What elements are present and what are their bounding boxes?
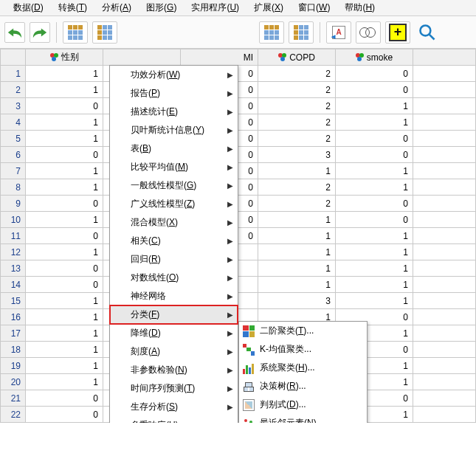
cell[interactable]: 2 xyxy=(258,98,336,114)
menu-item-classify[interactable]: 分类(F)▶ xyxy=(110,305,238,324)
cell[interactable] xyxy=(413,98,476,114)
cell[interactable] xyxy=(413,179,476,196)
row-number[interactable]: 8 xyxy=(1,179,26,196)
cell[interactable]: 2 xyxy=(258,179,336,196)
row-number[interactable]: 14 xyxy=(1,277,26,293)
menu-ext[interactable]: 扩展(X) xyxy=(246,0,291,15)
cell[interactable]: 1 xyxy=(26,293,103,309)
col-header-sex[interactable]: 性别 xyxy=(26,49,103,66)
submenu-item-tree[interactable]: 决策树(R)... xyxy=(239,377,367,395)
cell[interactable]: 2 xyxy=(258,114,336,131)
cell[interactable]: 1 xyxy=(336,114,413,131)
row-number[interactable]: 3 xyxy=(1,98,26,114)
cell[interactable]: 2 xyxy=(258,66,336,82)
submenu-item-kmeans[interactable]: K-均值聚类... xyxy=(239,340,367,359)
menu-transform[interactable]: 转换(T) xyxy=(51,0,94,15)
row-number[interactable]: 7 xyxy=(1,163,26,179)
cell[interactable] xyxy=(413,82,476,98)
col-header-hidden[interactable] xyxy=(103,49,181,66)
row-number[interactable]: 20 xyxy=(1,374,26,390)
menu-item-loglin[interactable]: 对数线性(O)▶ xyxy=(110,269,238,287)
row-number[interactable]: 13 xyxy=(1,260,26,277)
cell[interactable] xyxy=(413,309,476,325)
cell[interactable]: 1 xyxy=(26,131,103,147)
cell[interactable]: 1 xyxy=(336,293,413,309)
redo-button[interactable] xyxy=(30,22,50,43)
row-number[interactable]: 21 xyxy=(1,390,26,407)
row-number[interactable]: 9 xyxy=(1,196,26,212)
menu-item-mixed[interactable]: 混合模型(X)▶ xyxy=(110,213,238,232)
menu-item-survival[interactable]: 生存分析(S)▶ xyxy=(110,398,238,416)
cell[interactable]: 0 xyxy=(26,277,103,293)
cell[interactable]: 0 xyxy=(336,131,413,147)
cell[interactable]: 1 xyxy=(336,277,413,293)
find-button[interactable] xyxy=(415,21,440,44)
cell[interactable]: 1 xyxy=(26,82,103,98)
cell[interactable] xyxy=(413,196,476,212)
cell[interactable] xyxy=(413,390,476,407)
cell[interactable]: 2 xyxy=(258,196,336,212)
cell[interactable]: 1 xyxy=(26,179,103,196)
row-number[interactable]: 4 xyxy=(1,114,26,131)
cell[interactable]: 0 xyxy=(26,196,103,212)
row-number[interactable]: 15 xyxy=(1,293,26,309)
row-number[interactable]: 2 xyxy=(1,82,26,98)
menu-item-nn[interactable]: 神经网络▶ xyxy=(110,287,238,305)
cell[interactable]: 0 xyxy=(26,228,103,244)
menu-help[interactable]: 帮助(H) xyxy=(337,0,382,15)
cell[interactable]: 0 xyxy=(336,212,413,228)
col-header-smoke[interactable]: smoke xyxy=(336,49,413,66)
menu-item-scale[interactable]: 刻度(A)▶ xyxy=(110,342,238,361)
cell[interactable]: 1 xyxy=(26,163,103,179)
cell[interactable] xyxy=(413,212,476,228)
cell[interactable]: 0 xyxy=(26,390,103,407)
cell[interactable]: 1 xyxy=(336,179,413,196)
cell[interactable]: 1 xyxy=(26,212,103,228)
cell[interactable]: 1 xyxy=(258,212,336,228)
row-number[interactable]: 5 xyxy=(1,131,26,147)
cell[interactable]: 0 xyxy=(336,196,413,212)
cell[interactable]: 0 xyxy=(336,66,413,82)
cell[interactable] xyxy=(413,342,476,358)
cell[interactable] xyxy=(413,114,476,131)
row-number[interactable]: 6 xyxy=(1,147,26,163)
cell[interactable]: 1 xyxy=(336,244,413,260)
cell[interactable]: 1 xyxy=(336,98,413,114)
menu-item-compmeans[interactable]: 比较平均值(M)▶ xyxy=(110,158,238,176)
cell[interactable] xyxy=(413,374,476,390)
cell[interactable]: 1 xyxy=(26,358,103,374)
cell[interactable]: 1 xyxy=(26,325,103,342)
cell[interactable] xyxy=(413,277,476,293)
cell[interactable]: 2 xyxy=(258,131,336,147)
cell[interactable]: 1 xyxy=(26,114,103,131)
cell[interactable] xyxy=(413,407,476,423)
cell[interactable] xyxy=(413,325,476,342)
cell[interactable]: 1 xyxy=(258,163,336,179)
cell[interactable] xyxy=(413,131,476,147)
col-header-copd[interactable]: COPD xyxy=(258,49,336,66)
cell[interactable] xyxy=(413,147,476,163)
col-header-mi[interactable]: MI xyxy=(181,49,258,66)
value-labels-button[interactable]: A xyxy=(326,21,351,44)
menu-item-multiresp[interactable]: 多重响应(U)▶ xyxy=(110,416,238,423)
menu-item-corr[interactable]: 相关(C)▶ xyxy=(110,232,238,250)
menu-item-tables[interactable]: 表(B)▶ xyxy=(110,139,238,158)
submenu-item-twostep[interactable]: 二阶聚类(T)... xyxy=(239,322,367,340)
cell[interactable] xyxy=(413,66,476,82)
cell[interactable]: 1 xyxy=(26,342,103,358)
row-number[interactable]: 19 xyxy=(1,358,26,374)
menu-item-reports[interactable]: 报告(P)▶ xyxy=(110,84,238,103)
menu-item-dimred[interactable]: 降维(D)▶ xyxy=(110,324,238,342)
menu-item-gzlm[interactable]: 广义线性模型(Z)▶ xyxy=(110,195,238,213)
col-header-empty[interactable] xyxy=(413,49,476,66)
row-number[interactable]: 18 xyxy=(1,342,26,358)
cell[interactable]: 1 xyxy=(258,277,336,293)
cell[interactable] xyxy=(413,358,476,374)
cell[interactable]: 0 xyxy=(336,147,413,163)
cell[interactable]: 1 xyxy=(258,244,336,260)
row-number[interactable]: 17 xyxy=(1,325,26,342)
menu-analyze[interactable]: 分析(A) xyxy=(94,0,139,15)
cell[interactable]: 0 xyxy=(26,260,103,277)
row-number[interactable]: 16 xyxy=(1,309,26,325)
menu-item-forecast[interactable]: 时间序列预测(T)▶ xyxy=(110,379,238,398)
